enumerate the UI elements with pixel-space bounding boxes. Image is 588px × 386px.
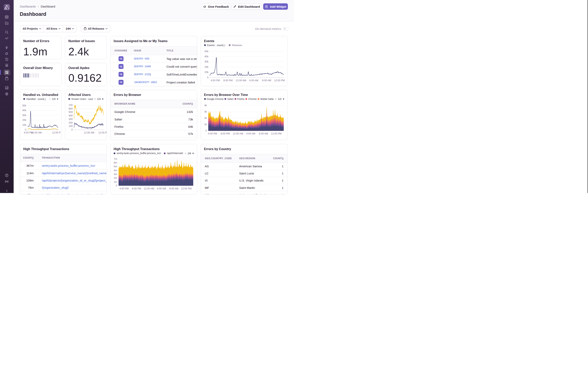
- svg-text:0: 0: [71, 128, 73, 131]
- svg-text:12:00 PM: 12:00 PM: [271, 132, 282, 135]
- svg-text:300: 300: [69, 118, 73, 120]
- svg-text:7m: 7m: [114, 158, 117, 160]
- svg-text:12:00 AM: 12:00 AM: [31, 131, 42, 134]
- svg-text:20k: 20k: [22, 119, 26, 121]
- svg-text:500: 500: [69, 111, 73, 114]
- svg-text:10k: 10k: [204, 71, 209, 73]
- svg-text:12:00 P: 12:00 P: [52, 131, 61, 134]
- svg-text:8:00 AM: 8:00 AM: [259, 132, 268, 135]
- svg-text:12:00 AM: 12:00 AM: [144, 187, 154, 190]
- svg-text:50k: 50k: [204, 50, 209, 53]
- svg-text:40k: 40k: [22, 109, 26, 112]
- svg-text:6m: 6m: [114, 161, 117, 164]
- svg-text:8:00 PM: 8:00 PM: [220, 132, 230, 135]
- svg-text:10k: 10k: [22, 123, 26, 126]
- svg-text:2m: 2m: [114, 177, 117, 179]
- svg-text:12:00 PM: 12:00 PM: [274, 79, 285, 82]
- svg-text:8:00 AM: 8:00 AM: [262, 79, 271, 82]
- svg-text:1m: 1m: [114, 181, 117, 183]
- svg-text:8:00 PM: 8:00 PM: [132, 187, 141, 190]
- svg-text:2k: 2k: [204, 117, 207, 119]
- svg-text:4m: 4m: [114, 169, 117, 172]
- svg-text:8:00 AM: 8:00 AM: [169, 187, 178, 190]
- svg-text:50k: 50k: [22, 104, 26, 107]
- svg-text:5m: 5m: [114, 165, 117, 168]
- svg-text:0: 0: [25, 128, 26, 131]
- svg-text:8:00 PM: 8:00 PM: [223, 79, 232, 82]
- svg-text:0: 0: [116, 184, 117, 187]
- svg-text:40k: 40k: [204, 55, 209, 58]
- svg-text:200: 200: [69, 121, 73, 124]
- svg-text:3k: 3k: [204, 110, 207, 113]
- svg-text:12:00 PM: 12:00 PM: [181, 187, 192, 190]
- svg-text:0: 0: [207, 76, 209, 79]
- svg-text:700: 700: [69, 104, 73, 107]
- svg-text:12:00 AM: 12:00 AM: [84, 131, 94, 134]
- svg-text:4:00 AM: 4:00 AM: [157, 187, 166, 190]
- svg-text:600: 600: [69, 107, 73, 110]
- svg-text:1k: 1k: [204, 123, 207, 126]
- svg-text:30k: 30k: [204, 60, 209, 63]
- svg-text:30k: 30k: [22, 114, 26, 116]
- svg-text:12:00 AM: 12:00 AM: [236, 79, 246, 82]
- svg-text:12:00 AM: 12:00 AM: [233, 132, 243, 135]
- svg-text:0: 0: [206, 129, 207, 132]
- svg-text:4:00 AM: 4:00 AM: [249, 79, 258, 82]
- svg-text:4:00 PM: 4:00 PM: [208, 132, 217, 135]
- svg-text:4:00 AM: 4:00 AM: [246, 132, 255, 135]
- svg-text:400: 400: [69, 114, 73, 117]
- svg-text:4k: 4k: [204, 104, 207, 107]
- svg-text:3m: 3m: [114, 173, 117, 176]
- svg-text:4:00 PM: 4:00 PM: [120, 187, 129, 190]
- svg-text:100: 100: [69, 125, 73, 128]
- svg-text:20k: 20k: [204, 66, 209, 68]
- svg-text:4:00 PM: 4:00 PM: [211, 79, 220, 82]
- svg-text:12:00 P: 12:00 P: [98, 131, 107, 134]
